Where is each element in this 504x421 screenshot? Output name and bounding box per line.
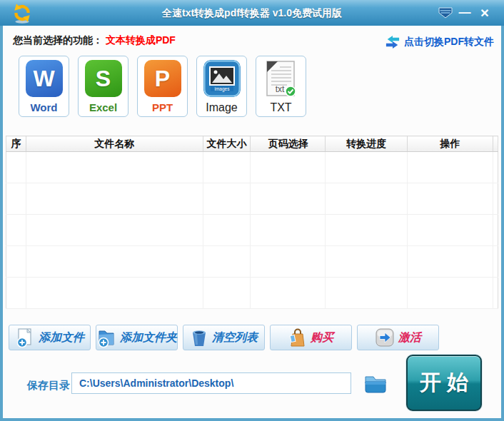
current-function-text: 您当前选择的功能： 文本转换成PDF <box>13 34 176 47</box>
clear-list-button[interactable]: 清空列表 <box>183 325 265 350</box>
title-bar: 全速txt转换成pdf转换器 v1.0免费试用版 — ✕ <box>0 0 504 26</box>
image-icon: images <box>203 60 241 97</box>
excel-glyph: S <box>96 67 111 90</box>
ppt-icon: P <box>144 60 181 97</box>
content-area: 您当前选择的功能： 文本转换成PDF 点击切换PDF转文件 W Word S <box>3 26 501 418</box>
col-header-filesize[interactable]: 文件大小 <box>203 136 251 152</box>
format-label-word: Word <box>30 101 57 113</box>
function-prefix-label: 您当前选择的功能： <box>13 34 103 46</box>
word-icon: W <box>26 60 63 97</box>
switch-mode-label: 点击切换PDF转文件 <box>404 36 494 49</box>
add-file-label: 添加文件 <box>39 330 84 345</box>
add-folder-label: 添加文件夹 <box>120 330 177 345</box>
format-card-image[interactable]: images Image <box>196 56 247 117</box>
add-file-button[interactable]: 添加文件 <box>9 325 91 350</box>
skin-shield-icon <box>438 7 453 19</box>
table-row <box>6 183 498 215</box>
format-card-txt[interactable]: txt TXT <box>256 56 306 117</box>
skin-menu-button[interactable] <box>437 6 454 20</box>
buy-label: 购买 <box>311 330 333 345</box>
table-row <box>6 152 498 183</box>
svg-text:txt: txt <box>275 84 284 94</box>
format-card-ppt[interactable]: P PPT <box>137 56 188 117</box>
app-window: 全速txt转换成pdf转换器 v1.0免费试用版 — ✕ 您当前选择的功能： 文… <box>0 0 504 421</box>
action-toolbar: 添加文件 添加文件夹 清空列表 <box>9 325 439 350</box>
shopping-bag-icon <box>288 328 307 348</box>
col-header-filename[interactable]: 文件名称 <box>26 136 203 152</box>
clear-list-label: 清空列表 <box>212 330 258 345</box>
format-label-txt: TXT <box>270 101 291 114</box>
start-button[interactable]: 开始 <box>406 355 482 411</box>
format-label-excel: Excel <box>89 101 117 113</box>
trash-icon <box>190 328 208 348</box>
buy-button[interactable]: 购买 <box>270 325 352 350</box>
switch-mode-link[interactable]: 点击切换PDF转文件 <box>385 35 494 49</box>
add-folder-button[interactable]: 添加文件夹 <box>96 325 178 350</box>
table-row <box>6 246 498 278</box>
ppt-glyph: P <box>155 67 170 90</box>
word-glyph: W <box>33 67 54 90</box>
window-title: 全速txt转换成pdf转换器 v1.0免费试用版 <box>0 0 504 26</box>
add-file-icon <box>15 328 35 348</box>
table-row <box>6 215 498 246</box>
format-card-word[interactable]: W Word <box>19 56 69 117</box>
table-header-row: 序 文件名称 文件大小 页码选择 转换进度 操作 <box>6 136 498 152</box>
col-header-actions[interactable]: 操作 <box>408 136 493 152</box>
svg-text:images: images <box>214 86 230 92</box>
col-header-spacer <box>493 136 498 152</box>
add-folder-icon <box>96 328 116 348</box>
col-header-progress[interactable]: 转换进度 <box>326 136 408 152</box>
txt-icon: txt <box>263 60 300 97</box>
file-list-table: 序 文件名称 文件大小 页码选择 转换进度 操作 <box>6 136 498 309</box>
col-header-index[interactable]: 序 <box>6 136 26 152</box>
table-row <box>6 278 498 309</box>
save-dir-input[interactable] <box>71 372 351 394</box>
browse-folder-icon <box>363 374 388 394</box>
excel-icon: S <box>85 60 122 97</box>
format-card-excel[interactable]: S Excel <box>78 56 128 117</box>
format-label-ppt: PPT <box>152 101 173 113</box>
minimize-button[interactable]: — <box>457 6 473 20</box>
format-selector: W Word S Excel P PPT <box>19 56 306 117</box>
activate-label: 激活 <box>398 330 421 345</box>
col-header-pagerange[interactable]: 页码选择 <box>251 136 326 152</box>
browse-folder-button[interactable] <box>361 372 390 395</box>
format-label-image: Image <box>206 101 237 114</box>
activate-button[interactable]: 激活 <box>357 325 439 350</box>
file-list-body <box>6 152 498 309</box>
current-function-value: 文本转换成PDF <box>106 34 176 46</box>
save-dir-label: 保存目录 <box>27 379 70 392</box>
close-button[interactable]: ✕ <box>477 6 493 20</box>
swap-arrows-icon <box>385 35 400 49</box>
activate-arrow-icon <box>375 328 395 348</box>
